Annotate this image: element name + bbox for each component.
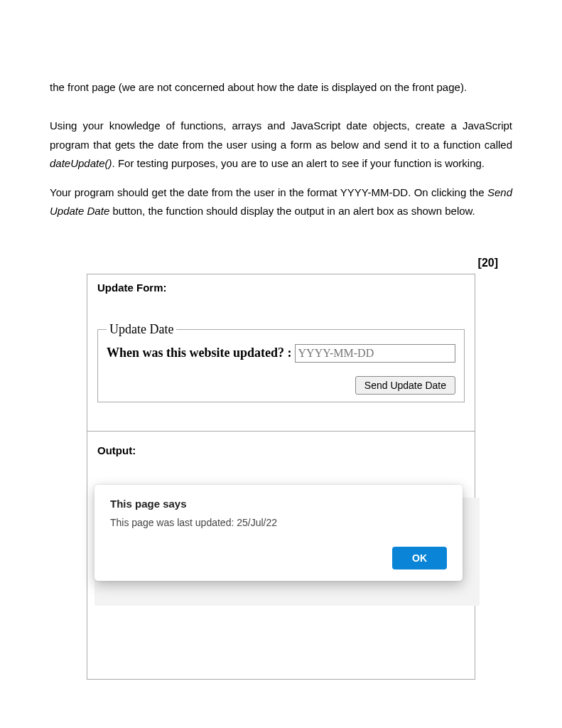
intro-fragment: the front page (we are not concerned abo… xyxy=(50,78,512,97)
alert-dialog: This page says This page was last update… xyxy=(94,485,463,581)
update-form-title: Update Form: xyxy=(97,282,465,294)
update-date-input[interactable] xyxy=(295,344,455,363)
para2-text-b: button, the function should display the … xyxy=(109,205,475,217)
paragraph-instructions-2: Your program should get the date from th… xyxy=(50,183,512,221)
marks-label: [20] xyxy=(50,257,512,269)
alert-message: This page was last updated: 25/Jul/22 xyxy=(110,517,447,528)
output-title: Output: xyxy=(97,444,465,456)
send-update-date-button[interactable]: Send Update Date xyxy=(355,376,455,395)
example-panel: Update Form: Update Date When was this w… xyxy=(87,274,475,680)
paragraph-instructions-1: Using your knowledge of functions, array… xyxy=(50,117,512,173)
output-section: Output: This page says This page was las… xyxy=(87,432,475,679)
update-form-section: Update Form: Update Date When was this w… xyxy=(87,274,475,432)
function-name: dateUpdate() xyxy=(50,157,112,169)
update-date-fieldset: Update Date When was this website update… xyxy=(97,322,465,402)
alert-ok-button[interactable]: OK xyxy=(392,547,447,569)
alert-title: This page says xyxy=(110,498,447,510)
update-date-legend: Update Date xyxy=(107,322,176,337)
update-date-prompt: When was this website updated? : xyxy=(107,346,292,360)
para1-text-a: Using your knowledge of functions, array… xyxy=(50,119,512,150)
para2-text-a: Your program should get the date from th… xyxy=(50,186,487,198)
para1-text-b: . For testing purposes, you are to use a… xyxy=(112,157,485,169)
